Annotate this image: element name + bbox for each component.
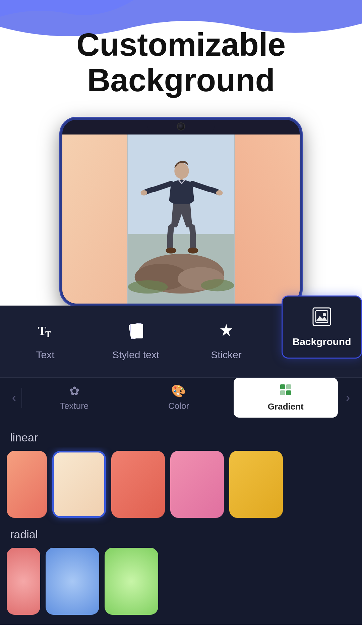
svg-point-12 xyxy=(188,248,198,254)
phone-side-button xyxy=(300,167,302,194)
svg-point-10 xyxy=(216,190,223,196)
svg-point-5 xyxy=(128,280,168,294)
color-tab-label: Color xyxy=(168,401,189,411)
toolbar-item-styled-text[interactable]: Styled text xyxy=(90,316,181,367)
tab-color[interactable]: 🎨 Color xyxy=(126,378,231,418)
svg-point-6 xyxy=(201,279,234,291)
gradient-section: linear radial xyxy=(0,418,362,625)
gradient-swatch-3[interactable] xyxy=(111,451,165,518)
toolbar-item-sticker[interactable]: Sticker xyxy=(181,316,272,367)
styled-text-label: Styled text xyxy=(112,349,159,361)
background-icon xyxy=(312,307,332,331)
texture-tab-label: Texture xyxy=(60,401,88,411)
toolbar-item-text[interactable]: T T Text xyxy=(0,316,90,367)
svg-rect-26 xyxy=(280,390,285,395)
svg-rect-22 xyxy=(316,311,328,323)
toolbar-section: T T Text Styled text xyxy=(0,306,362,377)
radial-swatch-1[interactable] xyxy=(7,548,40,615)
color-tab-icon: 🎨 xyxy=(171,384,186,398)
gradient-tab-label: Gradient xyxy=(268,401,304,412)
gradient-swatch-5[interactable] xyxy=(229,451,283,518)
tab-scroll-left[interactable]: ‹ xyxy=(7,391,21,405)
toolbar-main: T T Text Styled text xyxy=(0,306,362,377)
text-label: Text xyxy=(36,349,54,361)
tab-scroll-right[interactable]: › xyxy=(341,391,355,405)
background-card[interactable]: Background xyxy=(282,296,362,359)
tab-gradient[interactable]: Gradient xyxy=(234,378,338,418)
title-section: Customizable Background xyxy=(0,0,362,111)
svg-point-11 xyxy=(166,248,177,254)
svg-point-9 xyxy=(140,190,147,196)
gradient-tab-icon xyxy=(280,384,292,399)
svg-rect-27 xyxy=(286,390,291,395)
phone-camera xyxy=(177,122,185,130)
svg-rect-25 xyxy=(286,384,291,389)
radial-swatch-2[interactable] xyxy=(46,548,99,615)
radial-swatches xyxy=(0,544,362,625)
tabs-section: ‹ ✿ Texture 🎨 Color Gradient › xyxy=(0,377,362,418)
screen-photo xyxy=(127,135,235,304)
gradient-swatch-1[interactable] xyxy=(7,451,47,518)
page-title: Customizable Background xyxy=(20,27,342,98)
sticker-label: Sticker xyxy=(211,349,242,361)
background-label: Background xyxy=(292,336,351,347)
styled-text-icon xyxy=(127,322,144,344)
linear-label: linear xyxy=(0,424,362,447)
radial-label: radial xyxy=(0,525,362,544)
tab-texture[interactable]: ✿ Texture xyxy=(22,378,126,418)
texture-tab-icon: ✿ xyxy=(69,384,79,398)
phone-frame xyxy=(60,118,302,306)
phone-screen xyxy=(62,135,300,304)
phone-notch xyxy=(147,120,215,133)
svg-rect-24 xyxy=(280,384,285,389)
gradient-swatch-2[interactable] xyxy=(52,451,106,518)
sticker-icon xyxy=(218,322,235,344)
svg-text:T: T xyxy=(45,329,51,339)
text-icon: T T xyxy=(37,322,54,344)
linear-swatches xyxy=(0,447,362,525)
svg-point-23 xyxy=(323,313,326,316)
svg-rect-17 xyxy=(131,324,143,338)
radial-swatch-3[interactable] xyxy=(105,548,158,615)
phone-container xyxy=(0,111,362,306)
gradient-swatch-4[interactable] xyxy=(170,451,224,518)
